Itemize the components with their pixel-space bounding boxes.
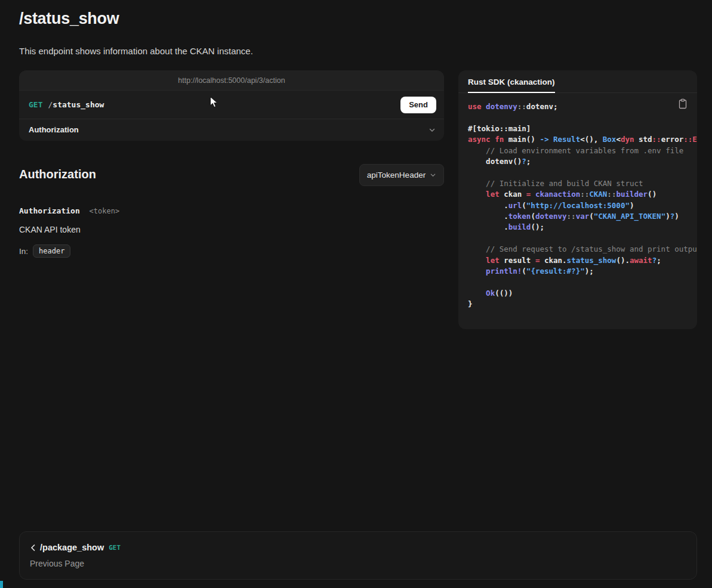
code-example-panel: Rust SDK (ckanaction) use dotenvy::doten… xyxy=(458,70,697,329)
code-line: // Initialize and build CKAN struct xyxy=(468,178,688,189)
request-path: /status_show xyxy=(48,100,104,109)
code-line: .token(dotenvy::var("CKAN_API_TOKEN")?) xyxy=(468,211,688,222)
param-in-badge: header xyxy=(33,245,70,258)
chevron-down-icon xyxy=(429,126,436,134)
code-line: println!("{result:#?}"); xyxy=(468,266,688,277)
previous-page-endpoint: /package_show xyxy=(40,543,104,552)
previous-page-card[interactable]: /package_show GET Previous Page xyxy=(19,531,697,580)
param-type: <token> xyxy=(90,207,120,215)
chevron-down-icon xyxy=(430,172,436,178)
page-title: /status_show xyxy=(19,10,119,28)
param-in-label: In: xyxy=(19,247,28,256)
request-playground-card: http://localhost:5000/api/3/action GET /… xyxy=(19,70,444,141)
request-row: GET /status_show Send xyxy=(19,91,444,119)
param-description: CKAN API token xyxy=(19,225,81,234)
code-panel-header: Rust SDK (ckanaction) xyxy=(458,70,697,93)
code-line: use dotenvy::dotenv; xyxy=(468,101,688,112)
code-line: .build(); xyxy=(468,222,688,233)
code-line xyxy=(468,277,688,288)
code-line xyxy=(468,233,688,244)
authorization-accordion-row[interactable]: Authorization xyxy=(19,119,444,140)
code-line: // Load environment variables from .env … xyxy=(468,146,688,156)
authorization-accordion-label: Authorization xyxy=(29,125,79,134)
tab-rust-sdk[interactable]: Rust SDK (ckanaction) xyxy=(468,78,555,93)
endpoint-description: This endpoint shows information about th… xyxy=(19,46,253,56)
code-line: let ckan = ckanaction::CKAN::builder() xyxy=(468,189,688,200)
code-line xyxy=(468,167,688,178)
code-line: Ok(()) xyxy=(468,288,688,299)
clipboard-icon xyxy=(678,102,688,111)
base-url-text: http://localhost:5000/api/3/action xyxy=(178,76,285,85)
param-name-row: Authorization <token> xyxy=(19,206,119,215)
auth-scheme-select[interactable]: apiTokenHeader xyxy=(359,164,444,186)
auth-scheme-selected-value: apiTokenHeader xyxy=(367,171,426,180)
previous-page-method-badge: GET xyxy=(109,544,121,552)
code-line: #[tokio::main] xyxy=(468,123,688,134)
chevron-left-icon xyxy=(30,544,36,552)
code-line: dotenv()?; xyxy=(468,156,688,167)
http-method-badge: GET xyxy=(29,100,42,109)
path-text: status_show xyxy=(53,100,104,109)
code-line: } xyxy=(468,299,688,310)
previous-page-label: Previous Page xyxy=(30,559,685,568)
code-block[interactable]: use dotenvy::dotenv; #[tokio::main]async… xyxy=(458,93,697,329)
corner-accent-mark xyxy=(0,581,3,588)
code-line: // Send request to /status_show and prin… xyxy=(468,244,688,255)
param-in-row: In: header xyxy=(19,245,70,258)
code-line: async fn main() -> Result<(), Box<dyn st… xyxy=(468,134,688,145)
code-line: let result = ckan.status_show().await?; xyxy=(468,255,688,266)
code-line: .url("http://localhost:5000") xyxy=(468,200,688,211)
code-line xyxy=(468,112,688,123)
previous-page-title-row: /package_show GET xyxy=(30,543,685,552)
send-button[interactable]: Send xyxy=(400,97,436,113)
copy-to-clipboard-button[interactable] xyxy=(678,98,688,109)
param-name: Authorization xyxy=(19,206,80,215)
base-url-bar[interactable]: http://localhost:5000/api/3/action xyxy=(19,70,444,91)
authorization-section-heading: Authorization xyxy=(19,168,96,181)
